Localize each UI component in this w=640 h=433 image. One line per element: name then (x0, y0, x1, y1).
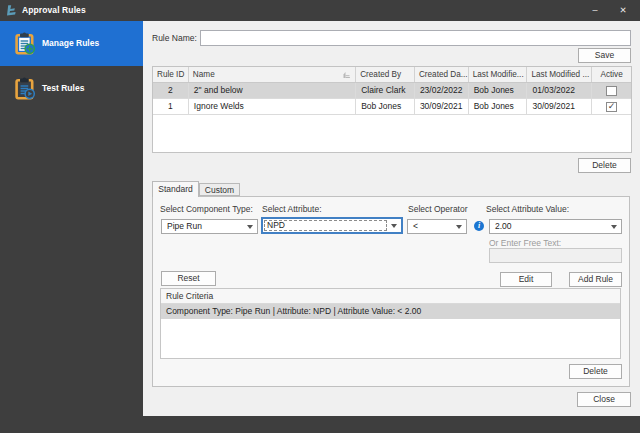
cell-name: Ignore Welds (189, 99, 356, 114)
component-type-select[interactable]: Pipe Run (161, 219, 258, 234)
clipboard-add-icon (15, 32, 36, 55)
sort-icon (342, 71, 350, 79)
sidebar-item-test-rules[interactable]: Test Rules (0, 66, 143, 111)
cell-created-date: 30/09/2021 (415, 99, 469, 114)
cell-name: 2" and below (189, 83, 356, 98)
operator-label: Select Operator (408, 204, 468, 214)
attribute-value-label: Select Attribute Value: (486, 204, 569, 214)
cell-created-by: Claire Clark (356, 83, 415, 98)
free-text-label: Or Enter Free Text: (489, 238, 561, 248)
column-header-active[interactable]: Active (592, 67, 631, 82)
free-text-input[interactable] (489, 248, 622, 263)
sidebar-item-label: Test Rules (42, 66, 84, 111)
column-header-name[interactable]: Name (189, 67, 356, 82)
title-bar: Approval Rules – ✕ (0, 0, 640, 21)
column-header-created-by[interactable]: Created By (356, 67, 415, 82)
attribute-select[interactable]: NPD (261, 217, 403, 234)
rule-criteria-list: Rule Criteria Component Type: Pipe Run |… (160, 288, 621, 359)
approval-rules-window: Approval Rules – ✕ Manage Rules (0, 0, 640, 433)
app-logo-icon (6, 4, 19, 17)
main-panel: Rule Name: Save Rule ID Name Created By … (143, 21, 640, 416)
close-window-button[interactable]: ✕ (608, 0, 638, 21)
sidebar: Manage Rules Test Rules (0, 21, 143, 433)
table-row[interactable]: 2 2" and below Claire Clark 23/02/2022 B… (153, 83, 631, 99)
chevron-down-icon (391, 224, 397, 228)
tab-standard[interactable]: Standard (152, 181, 199, 197)
tab-custom[interactable]: Custom (199, 183, 240, 196)
delete-rule-button[interactable]: Delete (578, 158, 631, 173)
info-icon[interactable]: i (474, 221, 484, 231)
rules-table: Rule ID Name Created By Created Da... La… (152, 66, 632, 153)
cell-rule-id: 1 (153, 99, 189, 114)
delete-criteria-button[interactable]: Delete (569, 364, 622, 379)
chevron-down-icon (611, 225, 617, 229)
cell-created-by: Bob Jones (356, 99, 415, 114)
rule-name-input[interactable] (200, 30, 631, 46)
attribute-value-select[interactable]: 2.00 (489, 219, 622, 234)
cell-last-modified-by: Bob Jones (469, 83, 528, 98)
save-button[interactable]: Save (578, 48, 631, 63)
chevron-down-icon (456, 225, 462, 229)
sidebar-item-manage-rules[interactable]: Manage Rules (0, 21, 143, 66)
cell-created-date: 23/02/2022 (415, 83, 469, 98)
standard-tab-panel: Select Component Type: Select Attribute:… (152, 196, 630, 387)
cell-last-modified-date: 01/03/2022 (527, 83, 592, 98)
component-type-label: Select Component Type: (160, 204, 253, 214)
edit-button[interactable]: Edit (500, 272, 552, 287)
column-header-last-modified-date[interactable]: Last Modified ... (527, 67, 592, 82)
rule-name-label: Rule Name: (152, 31, 197, 45)
active-checkbox[interactable]: ✓ (606, 102, 617, 112)
cell-last-modified-date: 30/09/2021 (527, 99, 592, 114)
cell-rule-id: 2 (153, 83, 189, 98)
chevron-down-icon (247, 225, 253, 229)
column-header-created-date[interactable]: Created Da... (415, 67, 469, 82)
cell-active: ✓ (592, 99, 631, 114)
window-title: Approval Rules (22, 0, 86, 21)
reset-button[interactable]: Reset (161, 271, 216, 286)
active-checkbox[interactable]: ✓ (606, 86, 617, 96)
rule-criteria-item[interactable]: Component Type: Pipe Run | Attribute: NP… (161, 304, 620, 319)
column-header-last-modified-by[interactable]: Last Modifie... (469, 67, 528, 82)
table-row[interactable]: 1 Ignore Welds Bob Jones 30/09/2021 Bob … (153, 99, 631, 115)
sidebar-item-label: Manage Rules (42, 21, 99, 66)
rules-table-header: Rule ID Name Created By Created Da... La… (153, 67, 631, 83)
cell-last-modified-by: Bob Jones (469, 99, 528, 114)
operator-select[interactable]: < (407, 219, 467, 234)
close-button[interactable]: Close (577, 392, 631, 407)
column-header-rule-id[interactable]: Rule ID (153, 67, 189, 82)
clipboard-play-icon (15, 77, 36, 100)
add-rule-button[interactable]: Add Rule (569, 272, 622, 287)
attribute-label: Select Attribute: (262, 204, 322, 214)
minimize-button[interactable]: – (580, 0, 610, 21)
rule-criteria-header: Rule Criteria (161, 289, 620, 304)
cell-active: ✓ (592, 83, 631, 98)
